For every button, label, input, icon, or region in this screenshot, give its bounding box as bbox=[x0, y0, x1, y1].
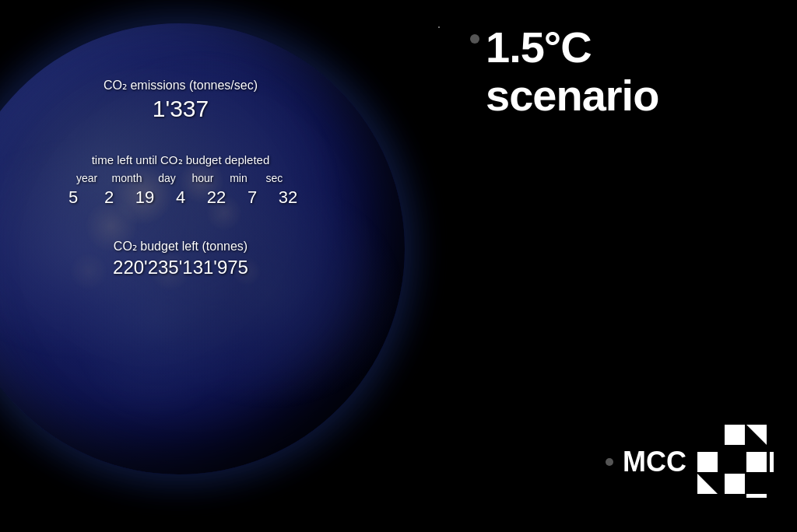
svg-marker-4 bbox=[697, 474, 718, 494]
emissions-label: CO₂ emissions (tonnes/sec) bbox=[62, 78, 299, 93]
header-day: day bbox=[156, 172, 177, 184]
header-min: min bbox=[227, 172, 249, 184]
svg-rect-5 bbox=[725, 474, 745, 494]
time-unit-headers: year month day hour min sec bbox=[62, 172, 299, 184]
svg-rect-3 bbox=[746, 452, 767, 472]
svg-rect-2 bbox=[697, 452, 718, 472]
header-year: year bbox=[76, 172, 98, 184]
right-panel: 1.5°C scenario MCC bbox=[455, 0, 797, 532]
title-bullet bbox=[470, 34, 479, 44]
emissions-value: 1'337 bbox=[62, 96, 299, 122]
earth-data-overlay: CO₂ emissions (tonnes/sec) 1'337 time le… bbox=[62, 78, 299, 278]
value-month: 2 bbox=[98, 187, 120, 208]
value-day: 19 bbox=[134, 187, 156, 208]
scenario-title-container: 1.5°C scenario bbox=[470, 23, 774, 119]
value-subsec: 32 bbox=[277, 187, 299, 208]
mcc-bullet bbox=[606, 458, 613, 466]
time-unit-values: 5 2 19 4 22 7 32 bbox=[62, 187, 299, 208]
countdown-label: time left until CO₂ budget depleted bbox=[62, 153, 299, 167]
header-hour: hour bbox=[191, 172, 213, 184]
budget-value: 220'235'131'975 bbox=[62, 257, 299, 278]
budget-label: CO₂ budget left (tonnes) bbox=[62, 239, 299, 254]
value-hour: 4 bbox=[170, 187, 191, 208]
mcc-label: MCC bbox=[623, 446, 686, 478]
svg-rect-0 bbox=[725, 425, 745, 445]
value-year: 5 bbox=[62, 187, 84, 208]
mcc-logo bbox=[696, 423, 774, 501]
value-min: 22 bbox=[205, 187, 227, 208]
value-sec: 7 bbox=[241, 187, 263, 208]
countdown-section: time left until CO₂ budget depleted year… bbox=[62, 153, 299, 208]
svg-rect-6 bbox=[770, 452, 774, 472]
svg-marker-1 bbox=[746, 425, 767, 445]
svg-rect-7 bbox=[746, 494, 767, 498]
header-month: month bbox=[112, 172, 142, 184]
scenario-title: 1.5°C scenario bbox=[486, 23, 774, 119]
header-sec: sec bbox=[263, 172, 285, 184]
mcc-branding: MCC bbox=[470, 423, 774, 501]
